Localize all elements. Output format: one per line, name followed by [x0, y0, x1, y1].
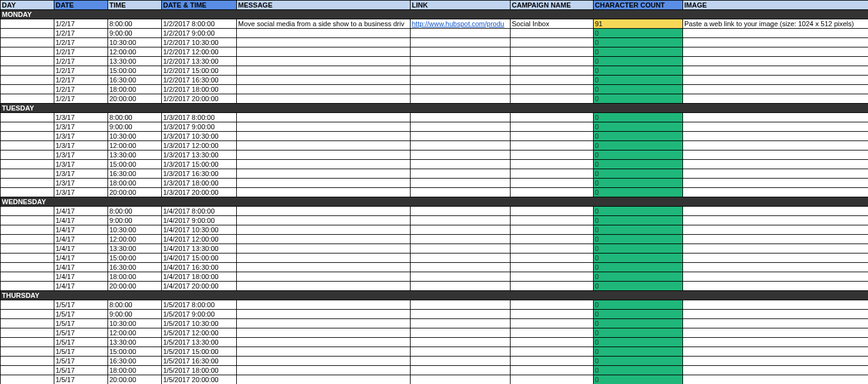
cell-time[interactable]: 12:00:00: [108, 328, 162, 338]
cell-date[interactable]: 1/3/17: [54, 179, 108, 188]
cell-campaign[interactable]: [511, 263, 594, 272]
cell-image[interactable]: [683, 122, 869, 132]
cell-date[interactable]: 1/4/17: [54, 272, 108, 282]
cell-day[interactable]: [1, 29, 54, 38]
cell-campaign[interactable]: [511, 347, 594, 357]
cell-datetime[interactable]: 1/5/2017 16:30:00: [162, 357, 237, 366]
cell-day[interactable]: [1, 179, 54, 188]
cell-date[interactable]: 1/5/17: [54, 319, 108, 328]
cell-message[interactable]: Move social media from a side show to a …: [237, 19, 411, 29]
cell-image[interactable]: [683, 207, 869, 216]
cell-message[interactable]: [237, 179, 411, 188]
cell-link[interactable]: [411, 141, 511, 150]
cell-time[interactable]: 16:30:00: [108, 357, 162, 366]
cell-campaign[interactable]: [511, 141, 594, 150]
cell-link[interactable]: [411, 113, 511, 122]
cell-message[interactable]: [237, 132, 411, 141]
cell-time[interactable]: 10:30:00: [108, 38, 162, 47]
cell-message[interactable]: [237, 272, 411, 282]
cell-campaign[interactable]: [511, 113, 594, 122]
cell-time[interactable]: 8:00:00: [108, 113, 162, 122]
cell-image[interactable]: [683, 347, 869, 357]
cell-image[interactable]: [683, 216, 869, 225]
cell-message[interactable]: [237, 375, 411, 385]
cell-time[interactable]: 9:00:00: [108, 310, 162, 319]
cell-character-count[interactable]: 0: [594, 76, 683, 85]
cell-date[interactable]: 1/2/17: [54, 19, 108, 29]
cell-campaign[interactable]: [511, 310, 594, 319]
cell-image[interactable]: [683, 160, 869, 169]
cell-datetime[interactable]: 1/2/2017 10:30:00: [162, 38, 237, 47]
cell-day[interactable]: [1, 272, 54, 282]
cell-day[interactable]: [1, 76, 54, 85]
cell-image[interactable]: [683, 66, 869, 76]
cell-link[interactable]: [411, 244, 511, 254]
cell-message[interactable]: [237, 225, 411, 235]
cell-character-count[interactable]: 0: [594, 160, 683, 169]
cell-campaign[interactable]: [511, 29, 594, 38]
cell-link[interactable]: [411, 94, 511, 104]
cell-time[interactable]: 20:00:00: [108, 375, 162, 385]
cell-datetime[interactable]: 1/4/2017 9:00:00: [162, 216, 237, 225]
header-link[interactable]: LINK: [411, 1, 511, 10]
cell-time[interactable]: 10:30:00: [108, 132, 162, 141]
cell-character-count[interactable]: 0: [594, 244, 683, 254]
cell-date[interactable]: 1/5/17: [54, 310, 108, 319]
cell-image[interactable]: [683, 94, 869, 104]
cell-link[interactable]: [411, 338, 511, 347]
cell-datetime[interactable]: 1/3/2017 10:30:00: [162, 132, 237, 141]
cell-link[interactable]: [411, 366, 511, 375]
cell-campaign[interactable]: Social Inbox: [511, 19, 594, 29]
cell-link[interactable]: [411, 179, 511, 188]
cell-message[interactable]: [237, 47, 411, 57]
link[interactable]: http://www.hubspot.com/produ: [412, 20, 504, 27]
cell-date[interactable]: 1/2/17: [54, 76, 108, 85]
cell-day[interactable]: [1, 113, 54, 122]
cell-link[interactable]: [411, 47, 511, 57]
cell-link[interactable]: [411, 272, 511, 282]
cell-datetime[interactable]: 1/2/2017 16:30:00: [162, 76, 237, 85]
cell-time[interactable]: 20:00:00: [108, 188, 162, 197]
cell-link[interactable]: [411, 375, 511, 385]
cell-link[interactable]: [411, 169, 511, 179]
cell-day[interactable]: [1, 160, 54, 169]
cell-message[interactable]: [237, 57, 411, 66]
cell-message[interactable]: [237, 38, 411, 47]
cell-campaign[interactable]: [511, 366, 594, 375]
cell-link[interactable]: http://www.hubspot.com/produ: [411, 19, 511, 29]
cell-day[interactable]: [1, 47, 54, 57]
cell-message[interactable]: [237, 357, 411, 366]
cell-day[interactable]: [1, 375, 54, 385]
cell-link[interactable]: [411, 263, 511, 272]
cell-message[interactable]: [237, 122, 411, 132]
cell-message[interactable]: [237, 310, 411, 319]
cell-link[interactable]: [411, 150, 511, 160]
cell-image[interactable]: [683, 150, 869, 160]
cell-day[interactable]: [1, 319, 54, 328]
cell-message[interactable]: [237, 328, 411, 338]
cell-day[interactable]: [1, 38, 54, 47]
cell-character-count[interactable]: 0: [594, 85, 683, 94]
cell-link[interactable]: [411, 225, 511, 235]
cell-message[interactable]: [237, 150, 411, 160]
cell-character-count[interactable]: 0: [594, 29, 683, 38]
cell-image[interactable]: [683, 113, 869, 122]
cell-campaign[interactable]: [511, 85, 594, 94]
cell-link[interactable]: [411, 122, 511, 132]
cell-message[interactable]: [237, 254, 411, 263]
cell-campaign[interactable]: [511, 207, 594, 216]
cell-link[interactable]: [411, 216, 511, 225]
cell-datetime[interactable]: 1/5/2017 13:30:00: [162, 338, 237, 347]
cell-date[interactable]: 1/2/17: [54, 38, 108, 47]
cell-time[interactable]: 10:30:00: [108, 319, 162, 328]
cell-day[interactable]: [1, 150, 54, 160]
cell-time[interactable]: 12:00:00: [108, 235, 162, 244]
cell-character-count[interactable]: 0: [594, 169, 683, 179]
header-date-time[interactable]: DATE & TIME: [162, 1, 237, 10]
cell-day[interactable]: [1, 366, 54, 375]
cell-day[interactable]: [1, 282, 54, 291]
cell-character-count[interactable]: 0: [594, 47, 683, 57]
cell-character-count[interactable]: 0: [594, 328, 683, 338]
cell-character-count[interactable]: 0: [594, 254, 683, 263]
cell-character-count[interactable]: 0: [594, 94, 683, 104]
